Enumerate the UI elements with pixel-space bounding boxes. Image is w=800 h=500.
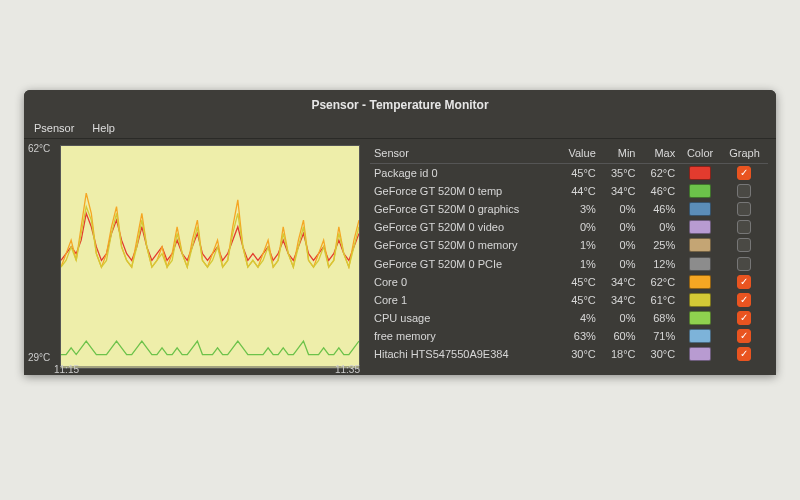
graph-checkbox[interactable]: [737, 257, 751, 271]
menu-help[interactable]: Help: [92, 122, 115, 134]
sensor-graph-cell: [721, 164, 768, 183]
sensor-value-cell: 3%: [557, 200, 600, 218]
graph-checkbox[interactable]: [737, 202, 751, 216]
color-swatch[interactable]: [689, 329, 711, 343]
table-row[interactable]: GeForce GT 520M 0 graphics3%0%46%: [370, 200, 768, 218]
sensor-max-cell: 30°C: [640, 345, 680, 363]
color-swatch[interactable]: [689, 184, 711, 198]
color-swatch[interactable]: [689, 311, 711, 325]
sensor-color-cell: [679, 254, 721, 272]
table-row[interactable]: Package id 045°C35°C62°C: [370, 164, 768, 183]
sensor-graph-cell: [721, 345, 768, 363]
sensor-color-cell: [679, 309, 721, 327]
col-header-sensor[interactable]: Sensor: [370, 143, 557, 164]
content-area: 62°C 29°C 11:15 11:35 Sensor Value Min M…: [24, 139, 776, 375]
color-swatch[interactable]: [689, 166, 711, 180]
sensor-min-cell: 0%: [600, 254, 640, 272]
sensor-max-cell: 62°C: [640, 164, 680, 183]
sensor-name-cell: Hitachi HTS547550A9E384: [370, 345, 557, 363]
sensor-graph-cell: [721, 236, 768, 254]
sensor-min-cell: 0%: [600, 200, 640, 218]
sensor-max-cell: 46%: [640, 200, 680, 218]
sensor-color-cell: [679, 273, 721, 291]
sensor-graph-cell: [721, 273, 768, 291]
window-title: Psensor - Temperature Monitor: [311, 98, 488, 112]
sensor-min-cell: 35°C: [600, 164, 640, 183]
sensor-max-cell: 25%: [640, 236, 680, 254]
sensor-graph-cell: [721, 200, 768, 218]
table-row[interactable]: GeForce GT 520M 0 PCIe1%0%12%: [370, 254, 768, 272]
table-row[interactable]: Hitachi HTS547550A9E38430°C18°C30°C: [370, 345, 768, 363]
sensor-graph-cell: [721, 254, 768, 272]
sensor-min-cell: 34°C: [600, 273, 640, 291]
table-row[interactable]: GeForce GT 520M 0 video0%0%0%: [370, 218, 768, 236]
sensor-min-cell: 34°C: [600, 291, 640, 309]
sensor-min-cell: 0%: [600, 309, 640, 327]
sensor-value-cell: 1%: [557, 236, 600, 254]
sensor-color-cell: [679, 164, 721, 183]
col-header-min[interactable]: Min: [600, 143, 640, 164]
sensor-name-cell: GeForce GT 520M 0 graphics: [370, 200, 557, 218]
sensor-name-cell: Core 0: [370, 273, 557, 291]
menu-psensor[interactable]: Psensor: [34, 122, 74, 134]
table-row[interactable]: free memory63%60%71%: [370, 327, 768, 345]
graph-checkbox[interactable]: [737, 293, 751, 307]
sensor-max-cell: 12%: [640, 254, 680, 272]
sensor-min-cell: 60%: [600, 327, 640, 345]
sensor-graph-cell: [721, 309, 768, 327]
col-header-value[interactable]: Value: [557, 143, 600, 164]
sensor-color-cell: [679, 236, 721, 254]
sensor-value-cell: 0%: [557, 218, 600, 236]
col-header-graph[interactable]: Graph: [721, 143, 768, 164]
graph-checkbox[interactable]: [737, 238, 751, 252]
table-row[interactable]: Core 145°C34°C61°C: [370, 291, 768, 309]
sensor-graph-cell: [721, 218, 768, 236]
color-swatch[interactable]: [689, 238, 711, 252]
sensor-name-cell: Core 1: [370, 291, 557, 309]
sensor-value-cell: 44°C: [557, 182, 600, 200]
sensor-table: Sensor Value Min Max Color Graph Package…: [370, 143, 768, 363]
sensor-color-cell: [679, 182, 721, 200]
chart-series-line: [61, 341, 359, 354]
graph-checkbox[interactable]: [737, 329, 751, 343]
sensor-value-cell: 45°C: [557, 291, 600, 309]
sensor-max-cell: 61°C: [640, 291, 680, 309]
chart-series-line: [61, 213, 359, 260]
sensor-color-cell: [679, 291, 721, 309]
sensor-table-pane: Sensor Value Min Max Color Graph Package…: [366, 139, 776, 375]
y-axis-min-label: 29°C: [28, 352, 50, 363]
x-axis-start-label: 11:15: [54, 364, 79, 375]
table-row[interactable]: CPU usage4%0%68%: [370, 309, 768, 327]
sensor-value-cell: 63%: [557, 327, 600, 345]
sensor-min-cell: 18°C: [600, 345, 640, 363]
color-swatch[interactable]: [689, 347, 711, 361]
temperature-chart[interactable]: [60, 145, 360, 369]
titlebar: Psensor - Temperature Monitor: [24, 90, 776, 118]
col-header-max[interactable]: Max: [640, 143, 680, 164]
graph-checkbox[interactable]: [737, 184, 751, 198]
graph-checkbox[interactable]: [737, 220, 751, 234]
graph-checkbox[interactable]: [737, 311, 751, 325]
sensor-value-cell: 30°C: [557, 345, 600, 363]
sensor-name-cell: Package id 0: [370, 164, 557, 183]
sensor-max-cell: 46°C: [640, 182, 680, 200]
color-swatch[interactable]: [689, 202, 711, 216]
graph-checkbox[interactable]: [737, 275, 751, 289]
sensor-color-cell: [679, 218, 721, 236]
sensor-max-cell: 62°C: [640, 273, 680, 291]
table-row[interactable]: GeForce GT 520M 0 memory1%0%25%: [370, 236, 768, 254]
sensor-graph-cell: [721, 327, 768, 345]
sensor-name-cell: GeForce GT 520M 0 PCIe: [370, 254, 557, 272]
sensor-name-cell: GeForce GT 520M 0 temp: [370, 182, 557, 200]
color-swatch[interactable]: [689, 257, 711, 271]
graph-checkbox[interactable]: [737, 166, 751, 180]
graph-checkbox[interactable]: [737, 347, 751, 361]
table-row[interactable]: Core 045°C34°C62°C: [370, 273, 768, 291]
table-row[interactable]: GeForce GT 520M 0 temp44°C34°C46°C: [370, 182, 768, 200]
sensor-name-cell: GeForce GT 520M 0 video: [370, 218, 557, 236]
color-swatch[interactable]: [689, 220, 711, 234]
sensor-value-cell: 45°C: [557, 164, 600, 183]
color-swatch[interactable]: [689, 293, 711, 307]
color-swatch[interactable]: [689, 275, 711, 289]
col-header-color[interactable]: Color: [679, 143, 721, 164]
